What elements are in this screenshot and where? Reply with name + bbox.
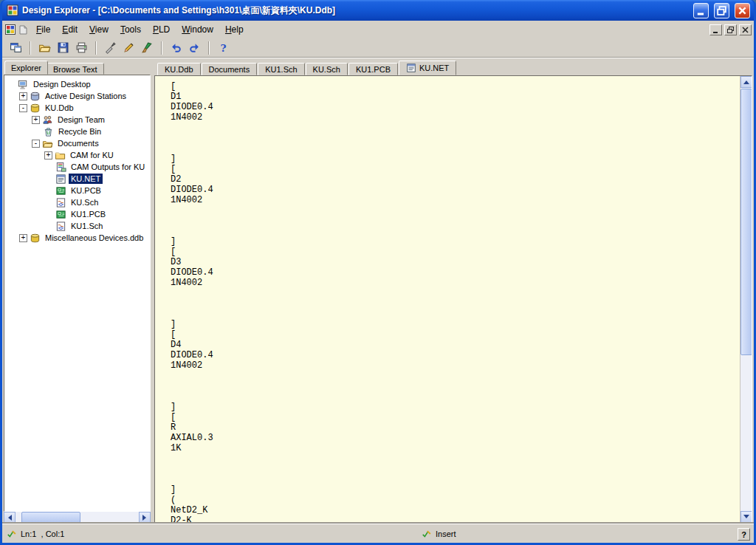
document-icon [18, 24, 30, 35]
save-button[interactable] [55, 40, 72, 56]
scroll-thumb[interactable] [21, 512, 80, 524]
menu-tools[interactable]: Tools [115, 22, 146, 37]
tree-indent [32, 127, 41, 136]
expand-toggle[interactable]: + [44, 151, 52, 160]
sch-icon [55, 197, 66, 208]
tree-item-ku-ddb[interactable]: -KU.Ddb [4, 102, 150, 114]
document-tab-ku-net[interactable]: KU.NET [399, 61, 456, 75]
menu-file[interactable]: File [31, 22, 55, 37]
open-button[interactable] [36, 40, 53, 56]
team-icon [42, 114, 53, 126]
menu-edit[interactable]: Edit [57, 22, 83, 37]
pcb-icon [55, 209, 66, 220]
editor-vertical-scrollbar[interactable] [740, 76, 752, 523]
scroll-track[interactable] [740, 88, 752, 511]
main-area: Explorer Browse Text Design Desktop+Acti… [2, 58, 754, 524]
tree-indent [44, 198, 53, 207]
tree-item-label: CAM Outputs for KU [69, 162, 147, 172]
net-icon [55, 174, 66, 185]
child-system-icon[interactable] [4, 24, 16, 35]
cursor-position-text: Ln:1 , Col:1 [21, 529, 64, 538]
menu-help[interactable]: Help [220, 22, 249, 37]
tree-horizontal-scrollbar[interactable] [4, 512, 151, 524]
tree-item-label: KU.NET [69, 174, 103, 184]
toolbar-separator [161, 41, 162, 55]
tree-item-design-desktop[interactable]: Design Desktop [4, 78, 150, 90]
tree-item-label: Recycle Bin [56, 126, 103, 137]
document-tab-ku1-sch[interactable]: KU1.Sch [258, 63, 304, 75]
tree-item-label: Documents [55, 138, 101, 148]
document-tabs: KU.DdbDocumentsKU1.SchKU.SchKU1.PCBKU.NE… [154, 61, 752, 75]
pencil-button[interactable] [120, 40, 137, 56]
tree-item-ku-net[interactable]: KU.NET [4, 173, 150, 185]
expand-toggle[interactable]: + [19, 92, 27, 100]
scroll-track[interactable] [16, 512, 139, 524]
tree-item-active-design-stations[interactable]: +Active Design Stations [4, 90, 150, 102]
tree-item-miscellaneous-devices-ddb[interactable]: +Miscellaneous Devices.ddb [4, 232, 150, 244]
tree-item-ku-pcb[interactable]: KU.PCB [4, 185, 150, 196]
tree-item-ku1-sch[interactable]: KU1.Sch [4, 220, 150, 232]
tree-item-label: Active Design Stations [43, 91, 128, 101]
document-panel: KU.DdbDocumentsKU1.SchKU.SchKU1.PCBKU.NE… [154, 61, 752, 524]
scroll-up-button[interactable] [740, 76, 752, 88]
status-help-button[interactable]: ? [738, 528, 750, 541]
explorer-panel-button[interactable] [7, 40, 24, 56]
document-tab-label: Documents [209, 65, 250, 74]
tree-item-ku1-pcb[interactable]: KU1.PCB [4, 208, 150, 220]
scroll-down-button[interactable] [740, 511, 752, 523]
undo-button[interactable] [168, 40, 185, 56]
redo-button[interactable] [186, 40, 203, 56]
titlebar[interactable]: Design Explorer - [C:\Documents and Sett… [2, 0, 754, 21]
expand-toggle[interactable]: - [32, 140, 40, 148]
restore-button[interactable] [714, 3, 729, 18]
menu-view[interactable]: View [84, 22, 114, 37]
child-minimize-button[interactable] [709, 24, 722, 35]
tree-item-recycle-bin[interactable]: Recycle Bin [4, 126, 150, 137]
menubar: File Edit View Tools PLD Window Help [2, 21, 754, 38]
document-tab-label: KU1.Sch [265, 65, 297, 74]
scroll-left-button[interactable] [4, 512, 16, 524]
database-icon [30, 233, 41, 244]
tree-item-cam-for-ku[interactable]: +CAM for KU [4, 149, 150, 161]
tree-item-design-team[interactable]: +Design Team [4, 114, 150, 126]
print-button[interactable] [73, 40, 90, 56]
document-tab-ku1-pcb[interactable]: KU1.PCB [348, 63, 398, 75]
brush-button[interactable] [139, 40, 156, 56]
help-button[interactable]: ? [215, 40, 232, 56]
close-button[interactable] [735, 3, 750, 18]
child-restore-button[interactable] [724, 24, 737, 35]
tree-item-label: KU1.Sch [69, 221, 105, 231]
minimize-button[interactable] [693, 3, 709, 18]
tree-item-ku-sch[interactable]: KU.Sch [4, 196, 150, 208]
stations-icon [30, 91, 41, 102]
menu-window[interactable]: Window [176, 22, 219, 37]
child-close-button[interactable] [739, 24, 752, 35]
editor[interactable]: [ D1 DIODE0.4 1N4002 ] [ D2 DIODE0.4 1N4… [154, 75, 752, 524]
panel-tabs: Explorer Browse Text [4, 61, 151, 75]
scroll-thumb[interactable] [740, 89, 752, 355]
tab-explorer[interactable]: Explorer [4, 61, 48, 75]
database-icon [30, 103, 41, 114]
menu-pld[interactable]: PLD [148, 22, 175, 37]
expand-toggle[interactable]: + [32, 116, 40, 124]
editor-text[interactable]: [ D1 DIODE0.4 1N4002 ] [ D2 DIODE0.4 1N4… [155, 76, 752, 524]
folder-icon [55, 150, 66, 161]
insert-mode-text: Insert [436, 529, 456, 538]
tree-item-label: KU.Ddb [43, 103, 76, 113]
scroll-right-button[interactable] [139, 512, 151, 524]
document-tab-ku-ddb[interactable]: KU.Ddb [157, 63, 201, 75]
knife-button[interactable] [102, 40, 119, 56]
document-tab-ku-sch[interactable]: KU.Sch [306, 63, 348, 75]
svg-text:?: ? [220, 42, 226, 54]
expand-toggle[interactable]: + [19, 234, 27, 242]
tree-item-documents[interactable]: -Documents [4, 137, 150, 149]
tab-browse-text[interactable]: Browse Text [47, 63, 104, 75]
tree-item-label: CAM for KU [68, 150, 116, 160]
expand-toggle[interactable]: - [19, 104, 27, 112]
pcb-icon [55, 185, 66, 196]
window-title: Design Explorer - [C:\Documents and Sett… [22, 4, 688, 17]
document-tab-label: KU.Ddb [165, 65, 193, 74]
document-tab-documents[interactable]: Documents [202, 63, 258, 75]
tree-indent [44, 174, 53, 183]
tree-item-cam-outputs-for-ku[interactable]: CAM Outputs for KU [4, 161, 150, 173]
